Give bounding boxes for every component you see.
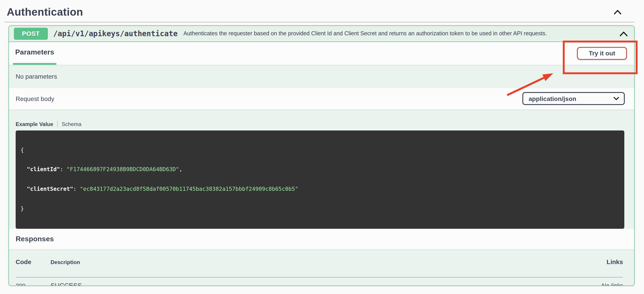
json-close-brace: } xyxy=(20,206,24,212)
column-header-description: Description xyxy=(50,259,607,266)
section-header: Authentication xyxy=(7,0,622,20)
responses-title: Responses xyxy=(16,235,54,243)
parameters-section-header: Parameters Try it out xyxy=(9,42,634,64)
opblock-post-authenticate: POST /api/v1/apikeys/authenticate Authen… xyxy=(8,25,634,286)
content-type-selected-value: application/json xyxy=(528,95,613,102)
parameters-tab-label: Parameters xyxy=(15,48,54,56)
response-links: No links xyxy=(602,282,623,286)
tab-example-value[interactable]: Example Value xyxy=(16,121,53,127)
column-header-links: Links xyxy=(607,258,623,266)
response-description: SUCCESS xyxy=(50,282,602,286)
try-it-out-button[interactable]: Try it out xyxy=(577,47,627,60)
no-parameters-row: No parameters xyxy=(9,64,634,88)
chevron-down-icon xyxy=(613,97,620,101)
responses-table-header: Code Description Links xyxy=(16,258,623,270)
column-header-code: Code xyxy=(16,258,50,266)
opblock-summary[interactable]: POST /api/v1/apikeys/authenticate Authen… xyxy=(9,26,634,42)
no-parameters-text: No parameters xyxy=(16,73,57,80)
responses-table: Code Description Links 200 SUCCESS No li… xyxy=(9,249,634,286)
content-type-select[interactable]: application/json xyxy=(522,92,625,105)
chevron-up-icon xyxy=(620,31,628,36)
section-divider xyxy=(4,22,634,22)
request-body-example-section: Example Value Schema { "clientId": "F174… xyxy=(9,109,634,229)
response-code: 200 xyxy=(16,282,50,286)
endpoint-description: Authenticates the requester based on the… xyxy=(183,30,547,37)
request-body-label: Request body xyxy=(16,95,54,102)
tab-divider xyxy=(57,121,58,127)
endpoint-path: /api/v1/apikeys/authenticate xyxy=(53,29,178,38)
http-method-badge: POST xyxy=(14,27,48,39)
response-row-200: 200 SUCCESS No links xyxy=(16,278,623,286)
json-open-brace: { xyxy=(20,147,24,153)
responses-header-row: Responses xyxy=(9,229,634,249)
tab-parameters[interactable]: Parameters xyxy=(13,42,56,64)
swagger-page: Authentication POST /api/v1/apikeys/auth… xyxy=(0,0,644,294)
section-collapse-button[interactable] xyxy=(613,8,622,16)
model-example-tabs: Example Value Schema xyxy=(16,121,625,127)
tab-schema[interactable]: Schema xyxy=(62,121,82,127)
json-field-clientsecret: "clientSecret": "ec843177d2a23acd8f58daf… xyxy=(20,186,620,193)
json-field-clientid: "clientId": "F174466897F24938B9BDCD0DA64… xyxy=(20,166,620,173)
page-title: Authentication xyxy=(7,6,83,18)
operation-collapse-button[interactable] xyxy=(618,30,629,37)
request-body-header: Request body application/json xyxy=(9,88,634,109)
example-json-code-block: { "clientId": "F174466897F24938B9BDCD0DA… xyxy=(16,130,624,229)
chevron-up-icon xyxy=(614,9,622,15)
